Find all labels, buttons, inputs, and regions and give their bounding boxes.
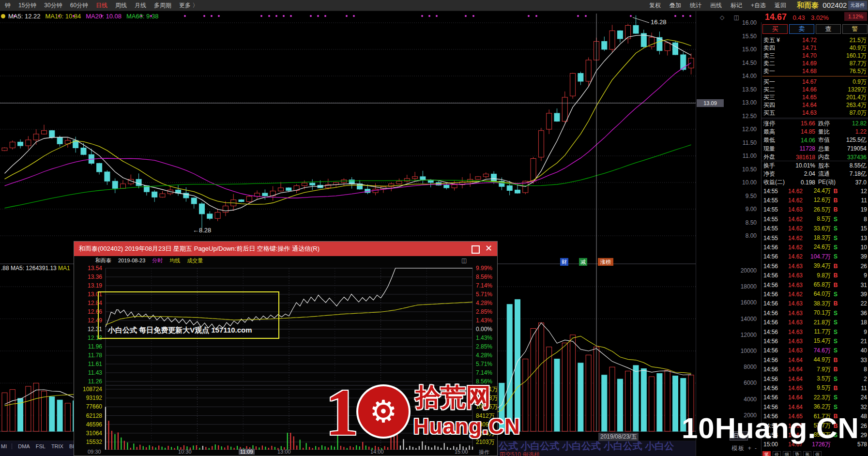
- level-label: 买三: [763, 93, 789, 102]
- tool-menu-item[interactable]: 标记: [726, 1, 746, 10]
- trade-time: 14:56: [763, 253, 781, 260]
- svg-text:12.31: 12.31: [88, 326, 102, 333]
- bid-row[interactable]: 买一14.670.9万: [763, 78, 867, 86]
- ask-row[interactable]: 卖二14.6987.7万: [763, 60, 867, 67]
- pane-button[interactable]: 财: [560, 258, 568, 266]
- popup-titlebar[interactable]: 和而泰(002402) 2019年08月23日 星期五 PageUp/Down:…: [74, 242, 497, 256]
- popup-view-tab[interactable]: 成交量: [187, 257, 203, 264]
- tool-menu-item[interactable]: +自选: [746, 1, 770, 10]
- popup-corner-icon[interactable]: ◫: [461, 257, 467, 264]
- trade-row[interactable]: 14:5614.6315.4万S21: [763, 336, 867, 346]
- level-price: 14.64: [789, 102, 817, 108]
- ask-row[interactable]: 卖三14.70160.1万: [763, 52, 867, 60]
- trade-row[interactable]: 14:5614.647.9万B8: [763, 365, 867, 374]
- tool-menu-item[interactable]: 返回: [770, 1, 791, 10]
- ask-row[interactable]: 卖一14.6876.5万: [763, 67, 867, 75]
- period-menu-item[interactable]: 日线: [92, 1, 111, 10]
- period-menu-item[interactable]: 15分钟: [15, 1, 40, 10]
- svg-text:11.61: 11.61: [88, 361, 102, 367]
- maximize-icon[interactable]: [472, 245, 480, 254]
- trade-row[interactable]: 14:5614.639.8万B9: [763, 271, 867, 280]
- tool-menu-item[interactable]: 统计: [685, 1, 706, 10]
- level-volume: 76.5万: [817, 67, 867, 76]
- sidebar-tab[interactable]: 势: [793, 451, 801, 456]
- chart-corner-icons[interactable]: ◇ ◫: [720, 14, 743, 21]
- trade-button[interactable]: 查: [816, 24, 841, 34]
- trade-row[interactable]: 14:5614.6374.6万S40: [763, 346, 867, 355]
- trade-row[interactable]: 14:5614.6339.4万B26: [763, 261, 867, 271]
- stat-value: 0.198: [785, 179, 815, 186]
- bid-row[interactable]: 买三14.65201.4万: [763, 93, 867, 101]
- stat-value: 125.5亿: [840, 136, 867, 144]
- sidebar-tab[interactable]: 价: [773, 451, 781, 456]
- trade-row[interactable]: 14:5614.6370.1万S36: [763, 308, 867, 318]
- sidebar-tab[interactable]: 笔: [762, 451, 771, 456]
- trade-row[interactable]: 14:5614.6311.7万S9: [763, 327, 867, 336]
- trade-button[interactable]: 卖: [789, 24, 814, 34]
- level-price: 14.72: [789, 37, 817, 44]
- pane-button[interactable]: 减: [579, 258, 587, 266]
- trade-button[interactable]: 买: [762, 24, 788, 34]
- trade-row[interactable]: 14:5614.6422.3万S24: [763, 393, 867, 402]
- tool-menu-item[interactable]: 复权: [645, 1, 665, 10]
- price-tick: 10.50: [703, 166, 757, 173]
- sidebar-tab[interactable]: 形: [803, 451, 811, 456]
- indicator-tab[interactable]: FSL: [36, 443, 46, 449]
- sidebar-tab[interactable]: 细: [783, 451, 791, 456]
- popup-view-tab[interactable]: 分时: [152, 257, 163, 264]
- trade-count: 9: [840, 329, 867, 335]
- trade-volume: 44.9万: [803, 356, 831, 364]
- bid-row[interactable]: 买五14.6387.0万: [763, 109, 867, 117]
- trade-row[interactable]: 14:5614.6264.0万S39: [763, 289, 867, 299]
- bid-row[interactable]: 买四14.64263.4万: [763, 101, 867, 109]
- tool-menu-item[interactable]: 画线: [706, 1, 726, 10]
- trade-row[interactable]: 14:5514.6233.6万S15: [763, 224, 867, 233]
- trade-side: S: [831, 225, 840, 232]
- trade-row[interactable]: 14:5614.659.5万B11: [763, 383, 867, 393]
- close-icon[interactable]: ✕: [485, 243, 492, 254]
- trade-row[interactable]: 14:5614.6436.2万S32: [763, 402, 867, 411]
- svg-text:13.54: 13.54: [88, 265, 102, 272]
- indicator-tab[interactable]: MI: [1, 443, 12, 449]
- bid-row[interactable]: 买二14.661329万: [763, 86, 867, 93]
- stat-label: 外盘: [763, 153, 785, 161]
- tool-menu-item[interactable]: 叠加: [665, 1, 685, 10]
- trade-row[interactable]: 14:5614.62104.7万S39: [763, 252, 867, 261]
- tick-trade-list[interactable]: 14:5514.6224.4万B1214:5514.6212.6万B1114:5…: [761, 186, 868, 450]
- ask-row[interactable]: 卖四14.7140.9万: [763, 44, 867, 52]
- trade-side: S: [831, 291, 840, 298]
- period-menu-item[interactable]: 多周期: [150, 1, 175, 10]
- period-menu-item[interactable]: 更多 〉: [175, 1, 202, 10]
- trade-row[interactable]: 14:5514.6212.6万B11: [763, 196, 867, 205]
- trade-row[interactable]: 14:5514.6224.4万B12: [763, 186, 867, 196]
- indicator-tab[interactable]: DMA: [18, 443, 30, 449]
- sector-badge[interactable]: 元器件: [848, 1, 867, 10]
- trade-row[interactable]: 14:5614.6321.8万S18: [763, 318, 867, 327]
- trade-row[interactable]: 14:5614.6444.9万B33: [763, 355, 867, 365]
- divider: [761, 161, 868, 161]
- trade-row[interactable]: 14:5614.6338.3万B22: [763, 299, 867, 308]
- period-menu-item[interactable]: 60分钟: [66, 1, 92, 10]
- trade-time: 14:55: [763, 197, 781, 204]
- trade-row[interactable]: 14:5614.6224.6万S10: [763, 243, 867, 252]
- trade-side: B: [831, 282, 840, 289]
- trade-row[interactable]: 14:5614.6365.8万B31: [763, 280, 867, 289]
- trade-row[interactable]: 14:5514.6218.3万S13: [763, 233, 867, 243]
- period-menu-item[interactable]: 月线: [131, 1, 150, 10]
- trade-button[interactable]: 警: [842, 24, 868, 34]
- sidebar-tab[interactable]: 值: [813, 451, 822, 456]
- level-price: 14.66: [789, 86, 817, 93]
- trade-row[interactable]: 14:5614.643.5万S2: [763, 374, 867, 383]
- trade-row[interactable]: 14:5514.628.5万S8: [763, 214, 867, 224]
- popup-view-tab[interactable]: 均线: [169, 257, 180, 264]
- stat-value: 14.85: [785, 128, 815, 135]
- volume-tick: 14000: [703, 316, 757, 322]
- price-change-pct: 3.02%: [811, 14, 829, 21]
- ask-row[interactable]: 卖五 ¥14.7221.5万: [763, 36, 867, 44]
- pane-button[interactable]: 涨榜: [598, 258, 613, 266]
- template-control[interactable]: 模板 + -: [731, 444, 758, 453]
- period-menu-item[interactable]: 30分钟: [40, 1, 66, 10]
- period-menu-item[interactable]: 周线: [111, 1, 131, 10]
- trade-row[interactable]: 14:5514.6326.5万B19: [763, 205, 867, 214]
- indicator-tab[interactable]: TRIX: [51, 443, 63, 449]
